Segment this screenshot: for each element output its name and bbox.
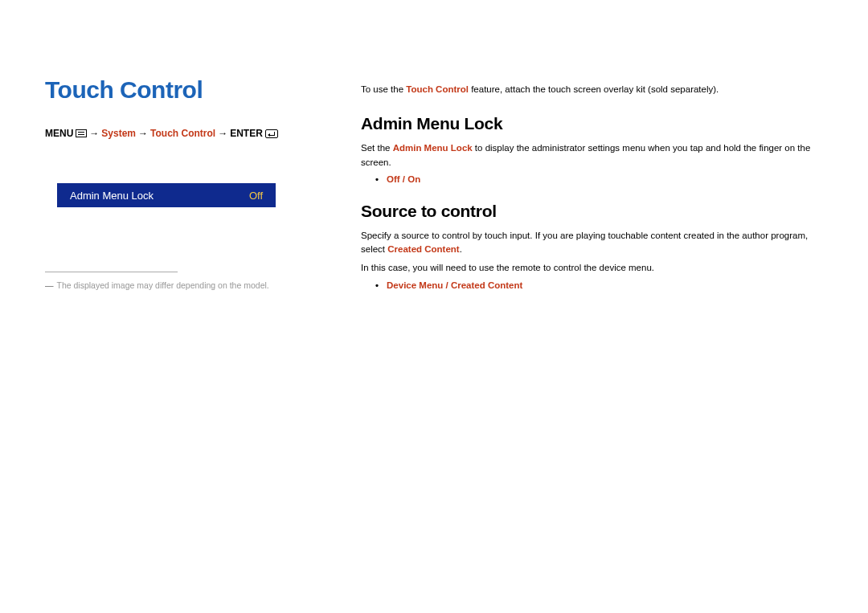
bullet-device-menu-text: Device Menu / Created Content <box>387 280 522 290</box>
intro-prefix: To use the <box>361 84 406 94</box>
left-column: Touch Control MENU → System → Touch Cont… <box>45 76 322 290</box>
breadcrumb-system: System <box>101 128 136 139</box>
source-description-2: In this case, you will need to use the r… <box>361 261 828 275</box>
menu-icon <box>76 129 87 137</box>
breadcrumb: MENU → System → Touch Control → ENTER <box>45 128 322 139</box>
s2-p1-suffix: . <box>460 244 462 254</box>
bullet-off-on-text: Off / On <box>387 174 420 184</box>
menu-item-value: Off <box>249 190 263 202</box>
intro-bold: Touch Control <box>406 84 469 94</box>
right-column: To use the Touch Control feature, attach… <box>361 76 828 290</box>
admin-lock-description: Set the Admin Menu Lock to display the a… <box>361 141 828 170</box>
bullet-dot-icon: • <box>375 174 379 184</box>
s2-p1-bold: Created Content <box>387 244 459 254</box>
breadcrumb-touch-control: Touch Control <box>150 128 215 139</box>
divider <box>45 272 178 272</box>
breadcrumb-arrow-1: → <box>89 128 99 139</box>
intro-paragraph: To use the Touch Control feature, attach… <box>361 83 828 96</box>
s1-bold: Admin Menu Lock <box>393 143 473 153</box>
menu-item-label: Admin Menu Lock <box>70 190 154 202</box>
breadcrumb-enter-label: ENTER <box>230 128 263 139</box>
footnote: ― The displayed image may differ dependi… <box>45 280 322 290</box>
bullet-off-on: • Off / On <box>375 174 828 184</box>
enter-icon <box>265 129 278 138</box>
bullet-device-menu: • Device Menu / Created Content <box>375 280 828 290</box>
breadcrumb-arrow-2: → <box>138 128 148 139</box>
s1-prefix: Set the <box>361 143 393 153</box>
footnote-dash: ― <box>45 280 54 290</box>
intro-suffix: feature, attach the touch screen overlay… <box>469 84 719 94</box>
breadcrumb-menu-label: MENU <box>45 128 73 139</box>
heading-admin-menu-lock: Admin Menu Lock <box>361 114 828 133</box>
breadcrumb-arrow-3: → <box>218 128 227 139</box>
page-title: Touch Control <box>45 76 322 104</box>
source-description-1: Specify a source to control by touch inp… <box>361 229 828 257</box>
footnote-text: The displayed image may differ depending… <box>57 280 269 290</box>
page: Touch Control MENU → System → Touch Cont… <box>0 0 868 330</box>
bullet-dot-icon: • <box>375 280 379 290</box>
heading-source-to-control: Source to control <box>361 202 828 221</box>
menu-item-admin-lock[interactable]: Admin Menu Lock Off <box>57 183 276 207</box>
